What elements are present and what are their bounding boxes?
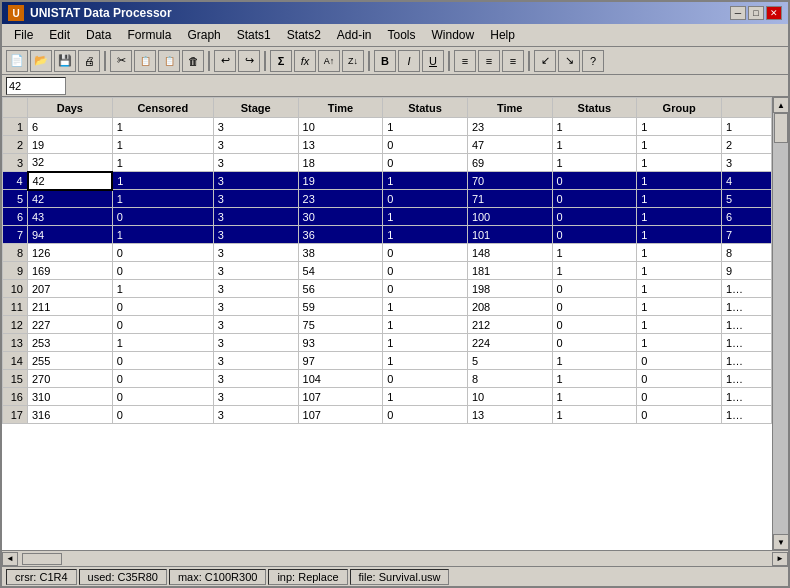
table-row[interactable]: 3321318069113	[3, 154, 772, 172]
col-header-status1[interactable]: Status	[383, 98, 468, 118]
table-cell[interactable]: 2	[722, 136, 772, 154]
table-row[interactable]: 1121103591208011…	[3, 298, 772, 316]
table-cell[interactable]: 9	[722, 262, 772, 280]
table-row[interactable]: 812603380148118	[3, 244, 772, 262]
table-row[interactable]: 152700310408101…	[3, 370, 772, 388]
table-cell[interactable]: 94	[28, 226, 113, 244]
table-cell[interactable]: 3	[213, 262, 298, 280]
table-cell[interactable]: 1…	[722, 334, 772, 352]
table-cell[interactable]: 1	[552, 118, 637, 136]
table-cell[interactable]: 1	[552, 136, 637, 154]
table-cell[interactable]: 0	[383, 136, 468, 154]
scroll-track[interactable]	[773, 113, 788, 534]
table-row[interactable]: 1020713560198011…	[3, 280, 772, 298]
table-cell[interactable]: 107	[298, 388, 383, 406]
scroll-thumb[interactable]	[774, 113, 788, 143]
redo-button[interactable]: ↪	[238, 50, 260, 72]
cut-button[interactable]: ✂	[110, 50, 132, 72]
align-right-button[interactable]: ≡	[502, 50, 524, 72]
table-cell[interactable]: 1…	[722, 370, 772, 388]
table-cell[interactable]: 1…	[722, 316, 772, 334]
table-cell[interactable]: 42	[28, 190, 113, 208]
table-cell[interactable]: 19	[28, 136, 113, 154]
table-cell[interactable]: 0	[637, 406, 722, 424]
table-cell[interactable]: 0	[552, 280, 637, 298]
arrow-left-button[interactable]: ↙	[534, 50, 556, 72]
table-cell[interactable]: 71	[467, 190, 552, 208]
scroll-left-button[interactable]: ◄	[2, 552, 18, 566]
table-row[interactable]: 64303301100016	[3, 208, 772, 226]
table-row[interactable]: 161310123111	[3, 118, 772, 136]
table-cell[interactable]: 1	[383, 118, 468, 136]
horizontal-scrollbar[interactable]: ◄ ►	[2, 550, 788, 566]
col-header-status2[interactable]: Status	[552, 98, 637, 118]
align-left-button[interactable]: ≡	[454, 50, 476, 72]
table-cell[interactable]: 3	[213, 352, 298, 370]
table-cell[interactable]: 0	[552, 190, 637, 208]
table-cell[interactable]: 19	[298, 172, 383, 190]
table-cell[interactable]: 23	[467, 118, 552, 136]
table-cell[interactable]: 4	[722, 172, 772, 190]
menu-graph[interactable]: Graph	[179, 26, 228, 44]
col-header-group[interactable]: Group	[637, 98, 722, 118]
table-cell[interactable]: 1	[637, 118, 722, 136]
table-cell[interactable]: 1	[112, 118, 213, 136]
table-cell[interactable]: 1…	[722, 352, 772, 370]
table-row[interactable]: 1222703751212011…	[3, 316, 772, 334]
table-cell[interactable]: 169	[28, 262, 113, 280]
table-cell[interactable]: 0	[112, 370, 213, 388]
maximize-button[interactable]: □	[748, 6, 764, 20]
menu-stats1[interactable]: Stats1	[229, 26, 279, 44]
open-button[interactable]: 📂	[30, 50, 52, 72]
table-cell[interactable]: 1	[552, 388, 637, 406]
table-cell[interactable]: 0	[552, 316, 637, 334]
table-cell[interactable]: 30	[298, 208, 383, 226]
table-cell[interactable]: 1	[383, 352, 468, 370]
table-cell[interactable]: 10	[467, 388, 552, 406]
table-cell[interactable]: 1	[383, 208, 468, 226]
table-cell[interactable]: 18	[298, 154, 383, 172]
table-cell[interactable]: 3	[213, 298, 298, 316]
undo-button[interactable]: ↩	[214, 50, 236, 72]
table-cell[interactable]: 3	[213, 316, 298, 334]
scroll-track-h[interactable]	[22, 553, 768, 565]
table-cell[interactable]: 5	[722, 190, 772, 208]
table-cell[interactable]: 3	[213, 154, 298, 172]
table-cell[interactable]: 0	[383, 244, 468, 262]
table-cell[interactable]: 42	[28, 172, 113, 190]
table-cell[interactable]: 1	[383, 316, 468, 334]
table-cell[interactable]: 3	[213, 172, 298, 190]
formula-button[interactable]: fx	[294, 50, 316, 72]
table-cell[interactable]: 1	[112, 190, 213, 208]
table-cell[interactable]: 10	[298, 118, 383, 136]
table-cell[interactable]: 3	[213, 388, 298, 406]
table-cell[interactable]: 0	[112, 316, 213, 334]
table-cell[interactable]: 1	[637, 334, 722, 352]
table-cell[interactable]: 1	[637, 136, 722, 154]
table-cell[interactable]: 1	[637, 280, 722, 298]
col-header-censored[interactable]: Censored	[112, 98, 213, 118]
table-cell[interactable]: 1	[552, 154, 637, 172]
table-cell[interactable]: 1…	[722, 388, 772, 406]
table-cell[interactable]: 0	[112, 388, 213, 406]
table-cell[interactable]: 0	[112, 262, 213, 280]
table-cell[interactable]: 47	[467, 136, 552, 154]
vertical-scrollbar[interactable]: ▲ ▼	[772, 97, 788, 550]
table-cell[interactable]: 148	[467, 244, 552, 262]
table-cell[interactable]: 0	[552, 226, 637, 244]
bold-button[interactable]: B	[374, 50, 396, 72]
table-cell[interactable]: 1	[383, 388, 468, 406]
table-cell[interactable]: 227	[28, 316, 113, 334]
table-cell[interactable]: 3	[213, 226, 298, 244]
menu-formula[interactable]: Formula	[119, 26, 179, 44]
new-button[interactable]: 📄	[6, 50, 28, 72]
arrow-right-button[interactable]: ↘	[558, 50, 580, 72]
table-cell[interactable]: 8	[722, 244, 772, 262]
table-cell[interactable]: 1	[383, 334, 468, 352]
table-cell[interactable]: 1	[552, 406, 637, 424]
print-button[interactable]: 🖨	[78, 50, 100, 72]
col-header-time2[interactable]: Time	[467, 98, 552, 118]
cell-reference[interactable]	[6, 77, 66, 95]
table-cell[interactable]: 13	[467, 406, 552, 424]
table-cell[interactable]: 43	[28, 208, 113, 226]
